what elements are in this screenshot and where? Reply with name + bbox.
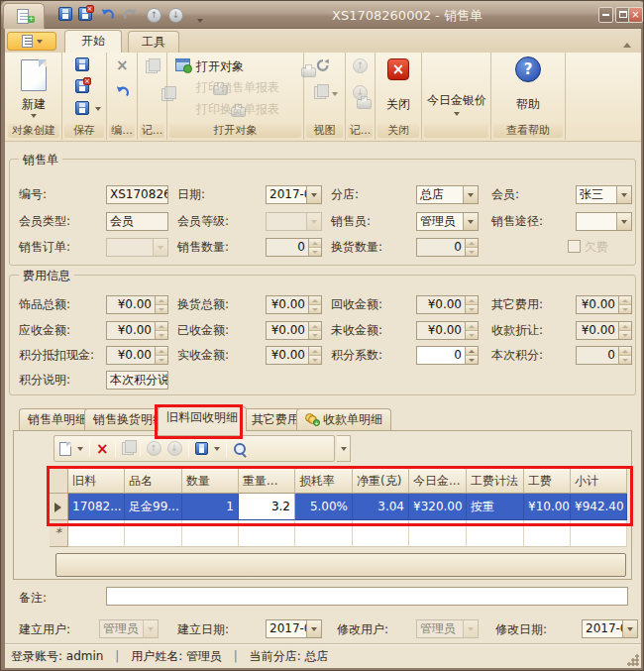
ribbon-collapse-button[interactable] [623, 37, 631, 51]
qat-undo-button[interactable] [99, 7, 116, 24]
column-header[interactable]: 损耗率 [295, 469, 353, 494]
chevron-down-icon[interactable] [332, 92, 338, 96]
grid-new-row[interactable]: * [50, 520, 627, 547]
row-up-button[interactable]: ↑ [147, 441, 161, 456]
gold-price-button[interactable]: 今日金银价 [427, 92, 486, 109]
column-header[interactable]: 品名 [125, 469, 182, 494]
column-header[interactable]: 小计 [571, 469, 627, 494]
cell-labor-fee[interactable]: ¥10.00 [524, 494, 571, 520]
ribbon-tab-start[interactable]: 开始 [64, 30, 122, 53]
refresh-button[interactable] [315, 57, 331, 76]
no-field[interactable]: XS170826 [106, 185, 168, 204]
cell-qty[interactable]: 1 [182, 494, 239, 520]
move-down-button[interactable]: ↓ [353, 84, 368, 100]
points-cash-spinner[interactable]: ¥0.00 [106, 346, 168, 365]
chevron-down-icon[interactable] [77, 447, 83, 451]
modified-by-dropdown[interactable]: 管理员 [416, 619, 479, 638]
ribbon-tab-tools[interactable]: 工具 [128, 31, 179, 53]
points-desc-field[interactable]: 本次积分说明 [106, 371, 168, 390]
member-dropdown[interactable]: 张三 [576, 185, 632, 204]
search-icon[interactable] [233, 442, 247, 456]
application-menu-button[interactable] [7, 32, 56, 51]
exchange-total-spinner[interactable]: ¥0.00 [266, 295, 322, 314]
column-header[interactable]: 旧料 [68, 469, 125, 494]
window-view-icon[interactable] [314, 86, 326, 99]
close-form-button[interactable]: 关闭 [386, 96, 410, 113]
column-header[interactable]: 数量 [182, 469, 239, 494]
column-header[interactable]: 净重(克) [353, 469, 409, 494]
cell-subtotal[interactable]: ¥942.40 [571, 494, 627, 520]
chevron-down-icon[interactable] [454, 112, 460, 116]
branch-dropdown[interactable]: 总店 [416, 185, 479, 204]
exchange-qty-spinner[interactable]: 0 [416, 238, 479, 257]
salesman-dropdown[interactable]: 管理员 [416, 212, 479, 231]
cell-net-weight[interactable]: 3.04 [353, 494, 409, 520]
arrears-checkbox[interactable] [568, 240, 581, 253]
channel-dropdown[interactable] [576, 212, 632, 231]
order-dropdown[interactable] [106, 238, 168, 257]
qat-save-button[interactable] [56, 7, 73, 24]
sale-qty-spinner[interactable]: 0 [266, 238, 322, 257]
save-button[interactable] [75, 57, 89, 74]
print-exchange-report-button[interactable]: 打印换货单报表 [196, 101, 279, 118]
remark-field[interactable] [106, 587, 628, 606]
row-down-button[interactable]: ↓ [167, 441, 182, 456]
qat-redo-button[interactable] [122, 7, 139, 24]
grid-data-row[interactable]: 17082... 足金99... 1 3.2 5.00% 3.04 ¥320.0… [50, 494, 627, 520]
recycle-amount-spinner[interactable]: ¥0.00 [416, 295, 479, 314]
discount-spinner[interactable]: ¥0.00 [576, 321, 632, 340]
tab-recycle-detail[interactable]: 旧料回收明细 [158, 406, 247, 431]
actual-received-spinner[interactable]: ¥0.00 [266, 346, 322, 365]
help-button[interactable]: 帮助 [516, 96, 540, 113]
cell-weight-editing[interactable]: 3.2 [239, 494, 295, 520]
new-row-button[interactable] [59, 442, 71, 456]
delete-row-button[interactable]: × [96, 440, 109, 458]
column-header[interactable]: 工费 [524, 469, 571, 494]
qat-move-up-button[interactable]: ↑ [146, 7, 162, 24]
points-ratio-spinner[interactable]: 0 [416, 346, 479, 365]
unreceived-spinner[interactable]: ¥0.00 [416, 321, 479, 340]
cell-gold-price[interactable]: ¥320.00 [409, 494, 467, 520]
toolbar-overflow-button[interactable] [337, 435, 351, 462]
close-window-button[interactable]: × [628, 7, 643, 23]
modified-date-dropdown[interactable]: 2017-08 [582, 619, 638, 638]
chevron-down-icon[interactable] [214, 447, 220, 451]
copy-row-button[interactable] [122, 442, 134, 455]
open-object-button[interactable]: 打开对象 [196, 58, 244, 75]
other-fee-spinner[interactable]: ¥0.00 [576, 295, 632, 314]
column-header[interactable]: 今日金... [409, 469, 467, 494]
delete-icon[interactable]: × [116, 56, 129, 74]
receivable-spinner[interactable]: ¥0.00 [106, 321, 168, 340]
member-level-dropdown[interactable] [266, 212, 322, 231]
close-form-icon[interactable]: × [387, 58, 409, 80]
jewelry-total-spinner[interactable]: ¥0.00 [106, 295, 168, 314]
created-date-dropdown[interactable]: 2017-08 [266, 619, 322, 638]
new-button[interactable]: 新建 [22, 96, 46, 113]
help-icon[interactable]: ? [515, 56, 541, 82]
new-document-icon[interactable] [21, 59, 47, 91]
column-header[interactable]: 重量... [239, 469, 295, 494]
export-button[interactable] [195, 442, 208, 455]
column-header[interactable]: 工费计法 [467, 469, 524, 494]
app-icon-tab[interactable]: + [3, 3, 45, 29]
qat-save-close-button[interactable]: × [76, 7, 93, 24]
undo-button[interactable] [115, 84, 130, 102]
grid-horizontal-scrollbar[interactable] [55, 553, 626, 577]
save-close-button[interactable]: × [75, 79, 89, 96]
print-sale-report-button[interactable]: 打印销售单报表 [196, 79, 279, 96]
cell-fee-method[interactable]: 按重 [467, 494, 524, 520]
received-spinner[interactable]: ¥0.00 [266, 321, 322, 340]
save-new-button[interactable] [75, 101, 89, 118]
record-add-icon[interactable] [146, 60, 158, 73]
created-by-dropdown[interactable]: 管理员 [99, 619, 159, 638]
resize-grip[interactable] [627, 654, 639, 666]
qat-move-down-button[interactable]: ↓ [167, 7, 184, 24]
cell-loss-rate[interactable]: 5.00% [295, 494, 353, 520]
cell-material[interactable]: 17082... [68, 494, 125, 520]
date-dropdown[interactable]: 2017-0 [266, 185, 322, 204]
cell-name[interactable]: 足金99... [125, 494, 182, 520]
chevron-down-icon[interactable] [95, 107, 101, 111]
move-up-button[interactable]: ↑ [353, 57, 368, 73]
qat-customize-button[interactable] [191, 12, 208, 29]
current-points-spinner[interactable]: 0 [576, 346, 632, 365]
